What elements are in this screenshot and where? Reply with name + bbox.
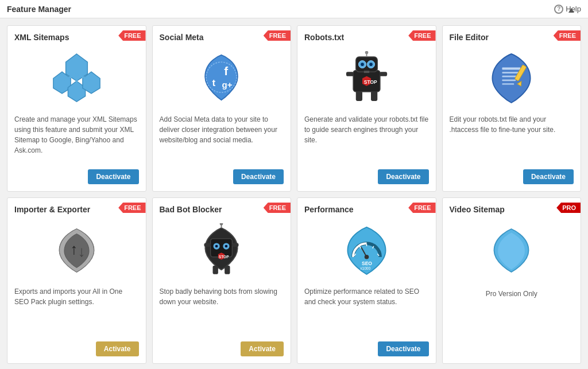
deactivate-button-file-editor[interactable]: Deactivate bbox=[523, 169, 574, 184]
card-icon-video-sitemap bbox=[450, 219, 574, 282]
svg-text:x1000: x1000 bbox=[360, 266, 370, 270]
card-icon-xml-sitemaps bbox=[14, 46, 139, 110]
badge-xml-sitemaps: FREE bbox=[118, 30, 145, 41]
card-icon-social-meta: f t g+ bbox=[160, 46, 284, 110]
svg-text:t: t bbox=[212, 77, 216, 88]
svg-text:SEO: SEO bbox=[362, 261, 372, 266]
svg-text:STOP: STOP bbox=[364, 79, 377, 84]
svg-rect-47 bbox=[225, 265, 230, 274]
svg-text:STOP: STOP bbox=[219, 254, 229, 258]
deactivate-button-performance[interactable]: Deactivate bbox=[378, 341, 428, 356]
card-performance: Performance FREE SEO x1000 bbox=[297, 197, 436, 364]
svg-point-49 bbox=[364, 255, 369, 259]
badge-video-sitemap: PRO bbox=[556, 203, 581, 213]
badge-performance: FREE bbox=[408, 203, 435, 213]
activate-button-bad-bot-blocker[interactable]: Activate bbox=[241, 341, 284, 356]
svg-rect-46 bbox=[213, 265, 218, 274]
svg-rect-24 bbox=[346, 72, 354, 76]
svg-point-18 bbox=[365, 51, 368, 54]
deactivate-button-xml-sitemaps[interactable]: Deactivate bbox=[88, 169, 138, 184]
card-icon-performance: SEO x1000 bbox=[304, 219, 429, 282]
svg-point-16 bbox=[369, 63, 373, 66]
svg-rect-27 bbox=[502, 72, 519, 73]
card-desc-importer-exporter: Exports and imports your All in One SEO … bbox=[14, 286, 139, 336]
badge-file-editor: FREE bbox=[554, 30, 581, 41]
card-footer-social-meta: Deactivate bbox=[160, 169, 284, 184]
app-title: Feature Manager bbox=[7, 5, 71, 14]
svg-text:↓: ↓ bbox=[78, 242, 85, 259]
badge-bad-bot-blocker: FREE bbox=[264, 203, 291, 213]
help-icon: ? bbox=[554, 5, 563, 14]
svg-point-43 bbox=[220, 223, 223, 225]
activate-button-importer-exporter[interactable]: Activate bbox=[96, 341, 139, 356]
svg-point-39 bbox=[225, 244, 228, 247]
svg-point-15 bbox=[361, 63, 364, 66]
card-footer-importer-exporter: Activate bbox=[14, 341, 139, 356]
card-footer-xml-sitemaps: Deactivate bbox=[14, 169, 139, 184]
svg-rect-19 bbox=[364, 71, 369, 73]
main-content: XML Sitemaps FREE Create and manage your… bbox=[0, 18, 588, 369]
deactivate-button-robots-txt[interactable]: Deactivate bbox=[378, 169, 428, 184]
card-desc-performance: Optimize performance related to SEO and … bbox=[304, 286, 429, 336]
card-desc-bad-bot-blocker: Stop badly behaving bots from slowing do… bbox=[160, 286, 284, 336]
top-bar: Feature Manager ? Help bbox=[0, 0, 588, 18]
svg-rect-22 bbox=[356, 91, 362, 101]
card-footer-performance: Deactivate bbox=[304, 341, 429, 356]
card-robots-txt: Robots.txt FREE STOP bbox=[297, 25, 436, 192]
card-icon-robots-txt: STOP bbox=[304, 46, 429, 110]
scroll-up-icon bbox=[568, 8, 574, 13]
card-desc-robots-txt: Generate and validate your robots.txt fi… bbox=[304, 114, 429, 164]
card-desc-social-meta: Add Social Meta data to your site to del… bbox=[160, 114, 284, 164]
card-icon-file-editor bbox=[450, 46, 574, 110]
card-xml-sitemaps: XML Sitemaps FREE Create and manage your… bbox=[7, 25, 146, 192]
card-icon-importer-exporter: ↑ ↓ bbox=[14, 219, 139, 282]
svg-text:↑: ↑ bbox=[70, 240, 78, 258]
card-icon-bad-bot-blocker: STOP bbox=[160, 219, 284, 282]
svg-text:f: f bbox=[224, 64, 228, 77]
card-title-video-sitemap: Video Sitemap bbox=[450, 205, 574, 214]
card-bad-bot-blocker: Bad Bot Blocker FREE STOP bbox=[152, 197, 292, 364]
svg-rect-25 bbox=[380, 72, 387, 76]
pro-only-text: Pro Version Only bbox=[450, 290, 574, 298]
badge-importer-exporter: FREE bbox=[118, 203, 145, 213]
card-video-sitemap: Video Sitemap PRO Pro Version Only bbox=[442, 197, 582, 364]
card-footer-bad-bot-blocker: Activate bbox=[160, 341, 284, 356]
cards-grid: XML Sitemaps FREE Create and manage your… bbox=[7, 25, 581, 364]
svg-point-38 bbox=[215, 244, 218, 247]
svg-rect-23 bbox=[371, 91, 377, 101]
card-desc-xml-sitemaps: Create and manage your XML Sitemaps usin… bbox=[14, 114, 139, 164]
card-desc-video-sitemap bbox=[450, 298, 574, 351]
card-footer-robots-txt: Deactivate bbox=[304, 169, 429, 184]
svg-rect-26 bbox=[502, 67, 521, 69]
card-file-editor: File Editor FREE Edit your robots.txt fi… bbox=[442, 25, 582, 192]
svg-rect-28 bbox=[502, 75, 517, 77]
deactivate-button-social-meta[interactable]: Deactivate bbox=[233, 169, 284, 184]
svg-rect-29 bbox=[502, 79, 516, 81]
svg-rect-45 bbox=[233, 243, 239, 247]
badge-robots-txt: FREE bbox=[408, 30, 435, 41]
svg-rect-44 bbox=[204, 243, 211, 247]
svg-text:g+: g+ bbox=[222, 80, 233, 90]
badge-social-meta: FREE bbox=[264, 30, 291, 41]
card-importer-exporter: Importer & Exporter FREE ↑ ↓ Exports and… bbox=[7, 197, 146, 364]
help-link[interactable]: ? Help bbox=[554, 5, 581, 14]
svg-rect-30 bbox=[502, 83, 514, 85]
card-footer-file-editor: Deactivate bbox=[450, 169, 574, 184]
card-social-meta: Social Meta FREE f t g+ Add Social Meta … bbox=[152, 25, 292, 192]
card-desc-file-editor: Edit your robots.txt file and your .htac… bbox=[450, 114, 574, 164]
